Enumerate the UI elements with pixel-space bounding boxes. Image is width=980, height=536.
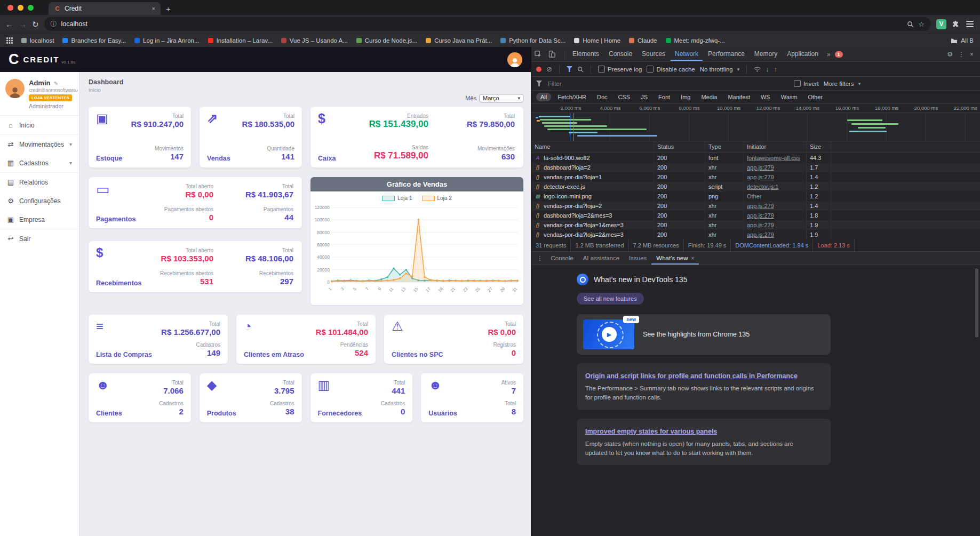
column-header-type[interactable]: Type: [705, 141, 744, 153]
maximize-window-button[interactable]: [28, 5, 34, 11]
clear-network-log-icon[interactable]: ⊘: [546, 66, 552, 73]
play-icon[interactable]: ▶: [602, 327, 617, 342]
see-all-features-button[interactable]: See all new features: [577, 293, 644, 305]
close-tab-icon[interactable]: ×: [691, 252, 694, 265]
request-initiator[interactable]: app.js:279: [747, 164, 774, 171]
column-header-name[interactable]: Name: [531, 141, 654, 153]
bookmark-item[interactable]: Vue JS – Usando A...: [281, 37, 348, 44]
sidebar-item[interactable]: ⚙ Configurações: [0, 191, 79, 210]
sidebar-item[interactable]: ▣ Empresa: [0, 210, 79, 229]
legend-item[interactable]: Loja 2: [422, 195, 452, 201]
devtools-tab[interactable]: Elements: [568, 47, 603, 61]
request-initiator[interactable]: app.js:279: [747, 212, 774, 219]
video-thumbnail[interactable]: ▶ new: [583, 319, 634, 349]
filter-chip[interactable]: Media: [697, 93, 721, 101]
table-row[interactable]: {} dashboard?loja=2&mes=3 200 xhr app.js…: [531, 211, 980, 220]
invert-filter-toggle[interactable]: Invert: [794, 80, 819, 87]
more-tabs-icon[interactable]: »: [824, 51, 834, 58]
inspect-element-icon[interactable]: [535, 51, 547, 58]
close-window-button[interactable]: [7, 5, 13, 11]
settings-gear-icon[interactable]: ⚙: [947, 51, 953, 58]
sidebar-item[interactable]: ▦ Cadastros ▾: [0, 154, 79, 172]
browser-tab[interactable]: C Credit ×: [49, 2, 161, 15]
request-initiator[interactable]: detector.js:1: [747, 183, 778, 190]
network-conditions-icon[interactable]: [754, 66, 761, 72]
bookmark-item[interactable]: localhost: [21, 37, 54, 44]
table-row[interactable]: A fa-solid-900.woff2 200 font fontawesom…: [531, 153, 980, 163]
bookmark-item[interactable]: Curso de Node.js...: [356, 37, 417, 44]
kebab-menu-icon[interactable]: ⋮: [958, 51, 965, 58]
filter-chip[interactable]: Font: [654, 93, 674, 101]
close-devtools-icon[interactable]: ×: [970, 51, 974, 58]
new-tab-button[interactable]: +: [166, 4, 171, 13]
apps-grid-icon[interactable]: [6, 37, 13, 44]
search-icon[interactable]: [577, 66, 584, 73]
sidebar-item[interactable]: ↩ Sair: [0, 229, 79, 248]
drawer-tab[interactable]: What's new ×: [651, 252, 699, 265]
devtools-tab[interactable]: Console: [604, 47, 636, 61]
checkbox[interactable]: [598, 66, 605, 73]
reload-icon[interactable]: ↻: [32, 20, 39, 28]
throttling-select[interactable]: No throttling ▾: [700, 66, 740, 73]
filter-chip[interactable]: WS: [756, 93, 775, 101]
checkbox[interactable]: [647, 66, 654, 73]
bookmark-star-icon[interactable]: ☆: [918, 20, 925, 28]
request-initiator[interactable]: app.js:279: [747, 203, 774, 209]
sidebar-item[interactable]: ⇄ Movimentações ▾: [0, 134, 79, 154]
scrollbar[interactable]: [975, 268, 978, 338]
devtools-tab[interactable]: Sources: [638, 47, 670, 61]
address-bar[interactable]: ⓘ localhost ☆: [44, 17, 931, 31]
table-row[interactable]: {} vendas-por-dia?loja=1 200 xhr app.js:…: [531, 172, 980, 182]
error-count-badge[interactable]: 1: [835, 51, 843, 58]
preserve-log-toggle[interactable]: Preserve log: [598, 66, 642, 73]
filter-icon[interactable]: [567, 66, 572, 72]
filter-chip[interactable]: Manifest: [723, 93, 754, 101]
legend-item[interactable]: Loja 1: [382, 195, 412, 201]
sidebar-item[interactable]: ▤ Relatórios: [0, 172, 79, 191]
bookmark-item[interactable]: Home | Home: [574, 37, 620, 44]
checkbox[interactable]: [794, 80, 801, 87]
filter-chip[interactable]: Wasm: [777, 93, 802, 101]
bookmark-item[interactable]: Python for Data Sc...: [500, 37, 565, 44]
back-icon[interactable]: ←: [5, 20, 13, 28]
site-info-icon[interactable]: ⓘ: [51, 20, 57, 29]
drawer-tab[interactable]: Console: [546, 252, 578, 265]
more-tools-icon[interactable]: ⋮: [533, 254, 546, 262]
tab-close-icon[interactable]: ×: [152, 5, 155, 12]
bookmark-item[interactable]: Log in – Jira Anron...: [134, 37, 199, 44]
devtools-tab[interactable]: Network: [671, 47, 703, 61]
table-row[interactable]: {} dashboard?loja=2 200 xhr app.js:279 1…: [531, 163, 980, 172]
bookmark-item[interactable]: Branches for Easy...: [62, 37, 126, 44]
device-toolbar-icon[interactable]: [548, 51, 561, 58]
minimize-window-button[interactable]: [18, 5, 23, 11]
request-initiator[interactable]: app.js:279: [747, 222, 774, 228]
feature-link[interactable]: Improved empty states for various panels: [585, 428, 717, 435]
more-filters-button[interactable]: More filters ▾: [824, 81, 861, 87]
request-initiator[interactable]: Other: [747, 193, 762, 199]
bookmark-item[interactable]: Curso Java na Prát...: [426, 37, 492, 44]
browser-menu-icon[interactable]: [965, 20, 975, 28]
month-select[interactable]: Março ▾: [480, 94, 523, 102]
vue-devtools-extension-icon[interactable]: V: [936, 19, 946, 29]
record-network-log-button[interactable]: [536, 67, 541, 72]
devtools-tab[interactable]: Application: [783, 47, 823, 61]
lens-search-icon[interactable]: [907, 21, 914, 28]
disable-cache-toggle[interactable]: Disable cache: [647, 66, 695, 73]
request-initiator[interactable]: app.js:279: [747, 231, 774, 238]
filter-chip[interactable]: Doc: [593, 93, 612, 101]
request-initiator[interactable]: app.js:279: [747, 174, 774, 180]
filter-chip[interactable]: Other: [803, 93, 827, 101]
request-initiator[interactable]: fontawesome-all.css: [747, 155, 800, 161]
column-header-status[interactable]: Status: [654, 141, 705, 153]
export-har-icon[interactable]: ↑: [774, 66, 778, 73]
network-overview[interactable]: [531, 113, 980, 141]
devtools-tab[interactable]: Performance: [704, 47, 749, 61]
table-row[interactable]: ▨ logo-icon-mini.png 200 png Other 1.2: [531, 191, 980, 201]
extensions-icon[interactable]: [952, 20, 960, 28]
sidebar-item[interactable]: ⌂ Início: [0, 116, 79, 134]
column-header-size[interactable]: Size: [807, 141, 831, 153]
filter-chip[interactable]: Fetch/XHR: [553, 93, 591, 101]
filter-chip[interactable]: JS: [636, 93, 652, 101]
filter-chip[interactable]: Img: [676, 93, 695, 101]
drawer-tab[interactable]: AI assistance: [578, 252, 624, 265]
